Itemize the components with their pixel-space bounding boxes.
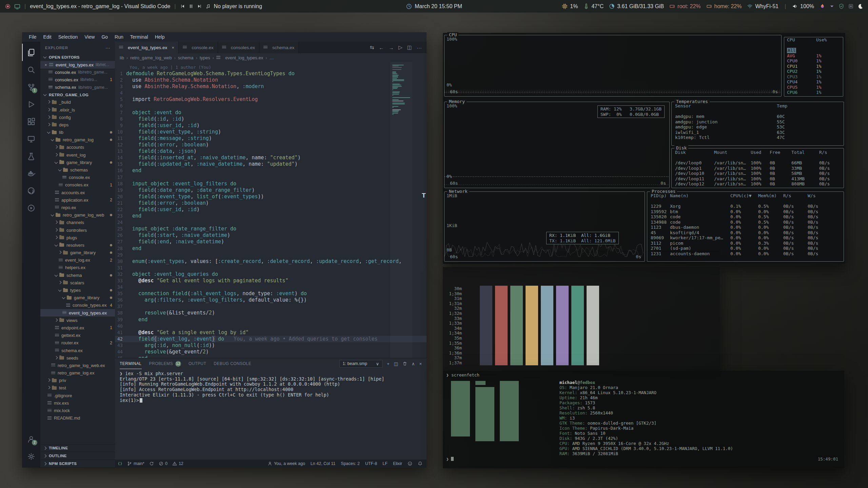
activity-run-debug[interactable] xyxy=(22,96,40,113)
menu-go[interactable]: Go xyxy=(98,34,111,40)
disk-row[interactable]: /dev/loop11/var/lib/sn…100%0B413MB0B/s xyxy=(675,176,840,182)
close-tab-icon[interactable]: × xyxy=(172,45,174,50)
open-editor-item[interactable]: consoles.exlib/retro...1 xyxy=(40,76,115,83)
process-row[interactable]: 1231accounts-daemon0.0%0.0%0B/s0B/s xyxy=(651,251,840,257)
temps-row[interactable]: k10temp: Tctl47C xyxy=(675,135,840,140)
status-sync[interactable] xyxy=(149,461,154,466)
temps-row[interactable]: amdgpu: junction55C xyxy=(675,119,840,125)
tree-item-consoles.ex[interactable]: consoles.ex1 xyxy=(40,181,115,189)
media-next-icon[interactable] xyxy=(197,4,202,9)
tray-dropdown-icon[interactable] xyxy=(829,3,835,9)
screenfetch-terminal-window[interactable]: ❯ screenfetch michael@fedboxOS: Manjaro … xyxy=(443,371,844,468)
split-terminal-icon[interactable]: ◫ xyxy=(394,361,398,366)
root-folder-section[interactable]: RETRO_GAME_LOG xyxy=(40,91,115,99)
activity-source-control[interactable]: 1 xyxy=(22,78,40,96)
tree-item-scalars[interactable]: scalars xyxy=(40,279,115,286)
process-row[interactable]: 3112picom0.0%0.3%0B/s0B/s xyxy=(651,241,840,246)
cpu-legend-row[interactable]: CPU01% xyxy=(784,58,843,64)
cpu-legend-row[interactable]: CPU61% xyxy=(784,90,843,95)
tree-item-schemas[interactable]: schemas xyxy=(40,166,115,174)
tree-item-.gitignore[interactable]: .gitignore xyxy=(40,392,115,399)
menu-file[interactable]: File xyxy=(25,34,40,40)
module-memory[interactable]: 3.61 GiB/31.33 GiB xyxy=(609,3,664,9)
close-editor-icon[interactable]: × xyxy=(43,62,48,67)
maximize-panel-icon[interactable]: ∧ xyxy=(412,361,415,366)
tab-console.ex[interactable]: console.ex xyxy=(179,42,218,53)
temps-row[interactable]: amdgpu: mem60C xyxy=(675,114,840,119)
cpu-legend-row[interactable]: CPU51% xyxy=(784,85,843,90)
cpu-legend-row[interactable]: AVG1% xyxy=(784,53,843,59)
menu-selection[interactable]: Selection xyxy=(55,34,81,40)
tree-item-event_log[interactable]: event_log xyxy=(40,151,115,159)
tree-item-retro_game_log[interactable]: retro_game_log xyxy=(40,136,115,144)
process-row[interactable]: 134988code0.0%0.5%0B/s0B/s xyxy=(651,220,840,225)
colors-terminal-window[interactable]: 30m1;30m31m1;31m32m1;32m33m1;33m34m1;34m… xyxy=(443,267,720,371)
tray-fl-icon[interactable] xyxy=(820,3,825,9)
tab-event_log_types.ex[interactable]: event_log_types.ex× xyxy=(115,42,179,53)
activity-search[interactable] xyxy=(22,61,40,78)
tree-item-helpers.ex[interactable]: helpers.ex xyxy=(40,264,115,271)
process-row[interactable]: 45ksoftirqd/40.0%0.0%0B/s0B/s xyxy=(651,230,840,236)
panel-tab-terminal[interactable]: TERMINAL xyxy=(120,358,142,369)
activity-remote-explorer[interactable] xyxy=(22,130,40,147)
status-blame[interactable]: You, a week ago xyxy=(268,461,305,466)
status-encoding[interactable]: UTF-8 xyxy=(365,461,377,466)
breadcrumb-segment[interactable]: event_log_types.ex xyxy=(225,55,263,60)
processes-panel[interactable]: ProcessesPID(p)Name(n)CPU%(c)▼Mem%(m)R/s… xyxy=(647,191,844,262)
minimap[interactable] xyxy=(390,62,412,358)
tree-item-retro_game_log_web.ex[interactable]: retro_game_log_web.ex xyxy=(40,362,115,369)
cpu-legend-row[interactable]: CPU41% xyxy=(784,79,843,85)
status-warnings[interactable]: 12 xyxy=(172,461,183,466)
forward-icon[interactable]: → xyxy=(389,45,394,50)
temps-row[interactable]: iwlwifi_163C xyxy=(675,130,840,135)
menu-run[interactable]: Run xyxy=(111,34,127,40)
process-row[interactable]: 1123dbus-daemon0.0%0.0%0B/s0B/s xyxy=(651,225,840,230)
cpu-legend-row[interactable]: CPU21% xyxy=(784,69,843,74)
codelens[interactable]: You, a week ago | 1 author (You) xyxy=(115,64,427,70)
panel-tab-problems[interactable]: PROBLEMS12 xyxy=(149,358,181,369)
tree-item-config[interactable]: config xyxy=(40,114,115,121)
tray-shield-icon[interactable] xyxy=(839,3,844,9)
activity-explorer[interactable] xyxy=(22,44,40,61)
media-pause-icon[interactable] xyxy=(189,4,194,9)
activity-docker[interactable] xyxy=(22,165,40,182)
panel-tab-output[interactable]: OUTPUT xyxy=(189,358,206,369)
activity-settings[interactable] xyxy=(22,448,40,465)
back-icon[interactable]: ← xyxy=(379,45,384,50)
tree-item-plugs[interactable]: plugs xyxy=(40,234,115,241)
open-editor-item[interactable]: schema.exlib/retro_game... xyxy=(40,84,115,91)
tree-item-README.md[interactable]: README.md xyxy=(40,414,115,422)
tree-item-test[interactable]: test xyxy=(40,384,115,392)
open-editor-item[interactable]: ×event_log_types.exlib/ret... xyxy=(40,61,115,68)
media-previous-icon[interactable] xyxy=(180,4,185,9)
split-editor-icon[interactable]: ◫ xyxy=(407,44,412,50)
more-actions-icon[interactable]: ··· xyxy=(417,45,422,50)
tab-consoles.ex[interactable]: consoles.ex xyxy=(218,42,259,53)
tree-item-retro_game_log_web[interactable]: retro_game_log_web xyxy=(40,211,115,219)
status-feedback[interactable] xyxy=(408,461,412,466)
process-row[interactable]: 2701(sd-pam)0.0%0.0%0B/s0B/s xyxy=(651,246,840,251)
tab-schema.ex[interactable]: schema.ex xyxy=(259,42,299,53)
module-wifi[interactable]: WhyFi-51 xyxy=(747,3,778,9)
process-row[interactable]: 139592btm0.0%0.0%0B/s0B/s xyxy=(651,209,840,215)
activity-accounts[interactable]: 2 xyxy=(22,430,40,448)
tree-item-schema[interactable]: schema xyxy=(40,271,115,279)
temps-row[interactable]: amdgpu: edge53C xyxy=(675,124,840,130)
open-editors-section[interactable]: OPEN EDITORS xyxy=(40,54,115,61)
tree-item-schema.ex[interactable]: schema.ex xyxy=(40,347,115,354)
tree-item-deps[interactable]: deps xyxy=(40,121,115,128)
menu-view[interactable]: View xyxy=(81,34,98,40)
tray-nightlight-icon[interactable] xyxy=(857,3,863,9)
open-changes-icon[interactable]: ⇆ xyxy=(370,44,374,50)
tree-item-views[interactable]: views xyxy=(40,317,115,324)
tree-item-priv[interactable]: priv xyxy=(40,377,115,384)
tree-item-event_log_types.ex[interactable]: event_log_types.ex xyxy=(40,309,115,317)
disk-row[interactable]: /dev/loop12/var/lib/sn…100%0B808MB0B/s xyxy=(675,181,840,187)
tree-item-game_library[interactable]: game_library xyxy=(40,159,115,166)
status-notifications[interactable] xyxy=(418,461,422,466)
tree-item-retro_game_log.ex[interactable]: retro_game_log.ex xyxy=(40,369,115,377)
tree-item-game_library[interactable]: game_library xyxy=(40,294,115,302)
menu-terminal[interactable]: Terminal xyxy=(127,34,152,40)
shell-prompt[interactable]: ❯ xyxy=(446,456,454,462)
tree-item-mix.exs[interactable]: mix.exs xyxy=(40,399,115,407)
